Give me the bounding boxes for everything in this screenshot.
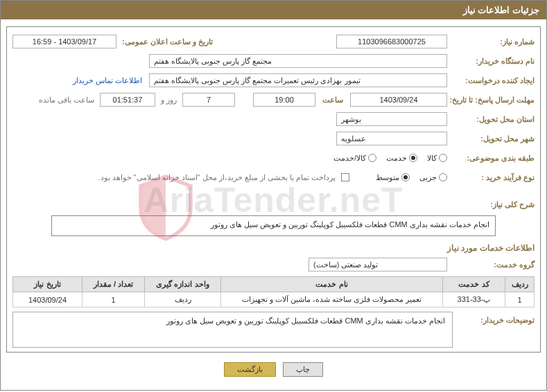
process-radio-group: جزیی متوسط bbox=[376, 173, 447, 182]
cell-name: تعمیر محصولات فلزی ساخته شده، ماشین آلات… bbox=[221, 292, 443, 308]
th-name: نام خدمت bbox=[221, 277, 443, 292]
requestor-field: تیمور بهزادی رئیس تعمیرات مجتمع گاز پارس… bbox=[149, 73, 447, 87]
table-header-row: ردیف کد خدمت نام خدمت واحد اندازه گیری ت… bbox=[13, 277, 535, 292]
province-field: بوشهر bbox=[336, 112, 447, 126]
category-label: طبقه بندی موضوعی: bbox=[453, 154, 535, 163]
countdown-field: 01:51:37 bbox=[100, 93, 155, 107]
city-label: شهر محل تحویل: bbox=[453, 134, 535, 143]
cell-date: 1403/09/24 bbox=[13, 292, 83, 308]
general-desc-box: انجام خدمات نقشه بداری CMM قطعات فلکسیبل… bbox=[51, 215, 496, 236]
th-qty: تعداد / مقدار bbox=[83, 277, 145, 292]
radio-both[interactable]: کالا/خدمت bbox=[333, 154, 376, 163]
payment-note: پرداخت تمام یا بخشی از مبلغ خرید،از محل … bbox=[98, 173, 336, 182]
countdown-suffix: ساعت باقی مانده bbox=[39, 96, 94, 105]
radio-motavaset[interactable]: متوسط bbox=[376, 173, 410, 182]
buyer-notes-label: توضیحات خریدار: bbox=[460, 312, 535, 325]
radio-kala[interactable]: کالا bbox=[427, 154, 447, 163]
province-label: استان محل تحویل: bbox=[453, 115, 535, 124]
service-group-field: تولید صنعتی (ساخت) bbox=[309, 258, 447, 271]
radio-icon bbox=[439, 173, 447, 181]
deadline-label: مهلت ارسال پاسخ: تا تاریخ: bbox=[453, 96, 535, 104]
need-no-field: 1103096683000725 bbox=[336, 35, 447, 48]
print-button[interactable]: چاپ bbox=[283, 362, 323, 377]
payment-checkbox[interactable] bbox=[341, 173, 349, 181]
buyer-org-field: مجتمع گاز پارس جنوبی پالایشگاه هفتم bbox=[149, 54, 447, 68]
buyer-notes-box: انجام خدمات نقشه بداری CMM قطعات فلکسیبل… bbox=[12, 312, 453, 348]
contact-link[interactable]: اطلاعات تماس خریدار bbox=[73, 76, 142, 85]
radio-jozei[interactable]: جزیی bbox=[419, 173, 447, 182]
cell-unit: ردیف bbox=[145, 292, 221, 308]
general-desc-label: شرح کلی نیاز: bbox=[453, 196, 535, 209]
radio-icon bbox=[368, 154, 376, 162]
requestor-label: ایجاد کننده درخواست: bbox=[453, 76, 535, 85]
radio-khadamat[interactable]: خدمت bbox=[386, 154, 417, 163]
need-no-label: شماره نیاز: bbox=[453, 37, 535, 46]
back-button[interactable]: بازگشت bbox=[224, 362, 276, 377]
deadline-time-field: 19:00 bbox=[253, 93, 315, 107]
page-header: جزئیات اطلاعات نیاز bbox=[1, 1, 546, 19]
announce-label: تاریخ و ساعت اعلان عمومی: bbox=[122, 37, 213, 46]
cell-qty: 1 bbox=[83, 292, 145, 308]
radio-icon bbox=[439, 154, 447, 162]
cell-code: پ-33-331 bbox=[443, 292, 505, 308]
process-label: نوع فرآیند خرید : bbox=[453, 173, 535, 182]
radio-icon bbox=[401, 173, 410, 181]
th-row: ردیف bbox=[505, 277, 535, 292]
page-title: جزئیات اطلاعات نیاز bbox=[463, 5, 539, 15]
th-unit: واحد اندازه گیری bbox=[145, 277, 221, 292]
time-label: ساعت bbox=[322, 96, 343, 105]
table-row: 1 پ-33-331 تعمیر محصولات فلزی ساخته شده،… bbox=[13, 292, 535, 308]
days-field: 7 bbox=[182, 93, 235, 107]
days-suffix: روز و bbox=[161, 96, 177, 105]
category-radio-group: کالا خدمت کالا/خدمت bbox=[333, 154, 447, 163]
services-info-title: اطلاعات خدمات مورد نیاز bbox=[12, 243, 535, 253]
radio-icon bbox=[409, 154, 417, 162]
th-code: کد خدمت bbox=[443, 277, 505, 292]
announce-field: 1403/09/17 - 16:59 bbox=[12, 35, 116, 48]
city-field: عسلویه bbox=[336, 132, 447, 145]
services-table: ردیف کد خدمت نام خدمت واحد اندازه گیری ت… bbox=[12, 276, 535, 308]
deadline-date-field: 1403/09/24 bbox=[350, 93, 447, 107]
service-group-label: گروه خدمت: bbox=[453, 260, 535, 269]
cell-row: 1 bbox=[505, 292, 535, 308]
buyer-org-label: نام دستگاه خریدار: bbox=[453, 57, 535, 66]
th-date: تاریخ نیاز bbox=[13, 277, 83, 292]
